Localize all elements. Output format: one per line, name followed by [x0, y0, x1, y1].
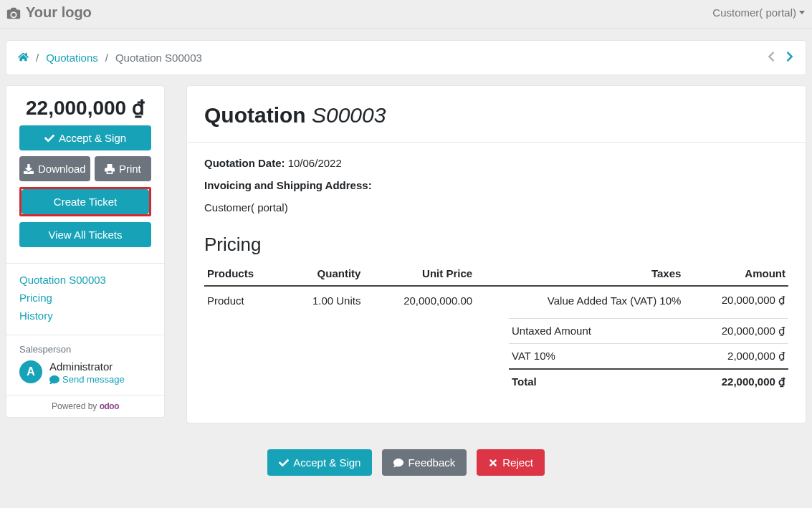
- breadcrumb: / Quotations / Quotation S00003: [18, 52, 202, 64]
- total-value: 22,000,000 ₫: [722, 375, 785, 388]
- vat-label: VAT 10%: [512, 350, 555, 363]
- total-row: Total 22,000,000 ₫: [509, 368, 788, 394]
- create-ticket-button[interactable]: Create Ticket: [22, 189, 149, 214]
- cell-unit-price: 20,000,000.00: [363, 286, 475, 314]
- title-prefix: Quotation: [204, 103, 312, 127]
- nav-quotation-link[interactable]: Quotation S00003: [19, 271, 151, 289]
- untaxed-label: Untaxed Amount: [512, 325, 591, 337]
- cell-amount: 20,000,000 ₫: [684, 286, 788, 314]
- salesperson-heading: Salesperson: [19, 344, 151, 355]
- check-icon: [279, 458, 289, 468]
- home-icon: [18, 52, 29, 62]
- footer-actions: Accept & Sign Feedback Reject: [6, 423, 806, 476]
- main-header: Quotation S00003: [187, 86, 806, 143]
- address-value: Customer( portal): [204, 201, 288, 214]
- download-label: Download: [38, 163, 86, 175]
- powered-by-prefix: Powered by: [52, 401, 100, 411]
- col-unit-price: Unit Price: [363, 262, 475, 286]
- address-value-row: Customer( portal): [204, 201, 788, 214]
- sidebar-nav: Quotation S00003 Pricing History: [6, 263, 164, 335]
- address-label-row: Invoicing and Shipping Address:: [204, 179, 788, 191]
- nav-pricing-link[interactable]: Pricing: [19, 289, 151, 307]
- breadcrumb-sep: /: [105, 52, 108, 64]
- vat-value: 2,000,000 ₫: [727, 350, 785, 363]
- print-button[interactable]: Print: [95, 156, 151, 181]
- title-ref: S00003: [312, 103, 386, 127]
- close-icon: [488, 458, 498, 468]
- accept-sign-label: Accept & Sign: [59, 132, 126, 144]
- address-label: Invoicing and Shipping Address:: [204, 179, 372, 191]
- send-message-link[interactable]: Send message: [49, 374, 125, 385]
- create-ticket-highlight: Create Ticket: [19, 187, 151, 216]
- cell-taxes: Value Added Tax (VAT) 10%: [475, 286, 684, 314]
- accept-sign-button[interactable]: Accept & Sign: [19, 125, 151, 150]
- main: Quotation S00003 Quotation Date: 10/06/2…: [186, 85, 806, 423]
- comment-icon: [393, 458, 403, 468]
- chevron-down-icon: [799, 11, 805, 14]
- table-header-row: Products Quantity Unit Price Taxes Amoun…: [204, 262, 788, 286]
- odoo-brand: odoo: [100, 401, 119, 411]
- sidebar: 22,000,000 ₫ Accept & Sign Download Prin…: [6, 85, 165, 418]
- breadcrumb-quotations[interactable]: Quotations: [46, 52, 98, 64]
- page-title: Quotation S00003: [204, 103, 788, 128]
- quotation-date-label: Quotation Date:: [204, 157, 285, 169]
- view-tickets-label: View All Tickets: [48, 229, 122, 241]
- next-record[interactable]: [785, 51, 794, 64]
- footer-accept-sign-button[interactable]: Accept & Sign: [267, 449, 372, 476]
- download-icon: [24, 164, 34, 174]
- pricing-table: Products Quantity Unit Price Taxes Amoun…: [204, 262, 788, 314]
- topbar: Your logo Customer( portal): [0, 0, 812, 29]
- print-label: Print: [119, 163, 141, 175]
- col-quantity: Quantity: [282, 262, 363, 286]
- cell-qty: 1.00 Units: [282, 286, 363, 314]
- col-products: Products: [204, 262, 282, 286]
- nav-history-link[interactable]: History: [19, 307, 151, 325]
- prev-record[interactable]: [767, 51, 775, 64]
- brand-text: Your logo: [26, 4, 92, 21]
- breadcrumb-current: Quotation S00003: [115, 52, 202, 64]
- salesperson-block: Salesperson A Administrator Send message: [6, 335, 164, 395]
- comment-icon: [49, 375, 59, 385]
- col-taxes: Taxes: [475, 262, 684, 286]
- quotation-date-value: 10/06/2022: [288, 157, 342, 169]
- footer-reject-button[interactable]: Reject: [477, 449, 545, 476]
- untaxed-value: 20,000,000 ₫: [722, 325, 785, 337]
- quotation-date-row: Quotation Date: 10/06/2022: [204, 157, 788, 169]
- check-icon: [44, 133, 54, 143]
- download-button[interactable]: Download: [19, 156, 90, 181]
- footer-reject-label: Reject: [502, 456, 533, 469]
- powered-by: Powered by odoo: [6, 395, 164, 417]
- footer-feedback-label: Feedback: [408, 456, 455, 469]
- user-menu[interactable]: Customer( portal): [712, 6, 805, 19]
- camera-icon: [6, 5, 22, 21]
- vat-row: VAT 10% 2,000,000 ₫: [509, 343, 788, 368]
- view-tickets-button[interactable]: View All Tickets: [19, 222, 151, 247]
- brand: Your logo: [6, 4, 92, 21]
- print-icon: [105, 164, 115, 174]
- breadcrumb-bar: / Quotations / Quotation S00003: [6, 40, 806, 75]
- untaxed-row: Untaxed Amount 20,000,000 ₫: [509, 318, 788, 343]
- send-message-label: Send message: [62, 374, 125, 385]
- salesperson-name: Administrator: [49, 360, 125, 373]
- pricing-title: Pricing: [204, 234, 788, 256]
- footer-feedback-button[interactable]: Feedback: [382, 449, 467, 476]
- totals: Untaxed Amount 20,000,000 ₫ VAT 10% 2,00…: [204, 318, 788, 394]
- user-name: Customer( portal): [712, 6, 796, 19]
- breadcrumb-sep: /: [36, 52, 39, 64]
- sidebar-total: 22,000,000 ₫: [6, 86, 164, 125]
- avatar: A: [19, 360, 42, 383]
- record-nav: [767, 51, 794, 64]
- cell-product: Product: [204, 286, 282, 314]
- col-amount: Amount: [684, 262, 788, 286]
- total-label: Total: [512, 375, 537, 388]
- table-row: Product 1.00 Units 20,000,000.00 Value A…: [204, 286, 788, 314]
- footer-accept-label: Accept & Sign: [293, 456, 360, 469]
- create-ticket-label: Create Ticket: [54, 196, 117, 208]
- breadcrumb-home[interactable]: [18, 52, 29, 64]
